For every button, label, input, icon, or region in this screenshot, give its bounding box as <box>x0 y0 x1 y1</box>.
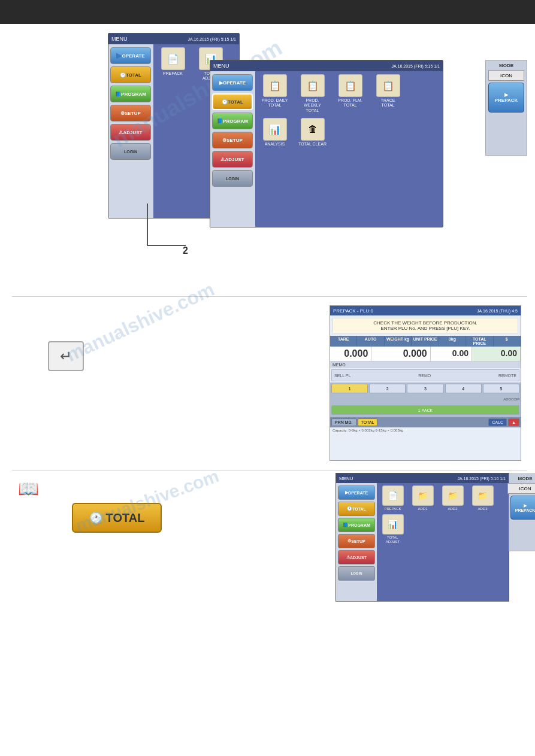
key-1[interactable]: 1 <box>331 384 368 393</box>
remote-label: REMOTE <box>498 374 516 378</box>
front-setup-btn[interactable]: ⚙ SETUP <box>212 132 253 148</box>
total-large-button[interactable]: 🕐 TOTAL <box>72 503 162 533</box>
total-clear-icon: 🗑 <box>301 118 325 141</box>
menu3-titlebar: MENU JA.16.2015 (FRI) 5:16 1/1 <box>336 473 509 483</box>
front-operate-btn[interactable]: ▶ OPERATE <box>212 74 253 91</box>
icon3-prepack[interactable]: 📄 PREPACK <box>379 485 406 511</box>
back-login-btn[interactable]: LOGIN <box>110 143 151 160</box>
section1-area: MENU JA.16.2015 (FRI) 5:15 1/1 ▶ OPERATE… <box>12 33 527 284</box>
total-clear-label: TOTAL CLEAR <box>298 142 327 147</box>
addcom-label: ADDCOM <box>331 394 519 404</box>
menu3-total-btn[interactable]: 🕐 TOTAL <box>338 502 375 516</box>
scale-title-bar: PREPACK - PLU:0 JA.16.2015 (THU) 4:5 <box>330 306 521 315</box>
menu3-title-left: MENU <box>339 476 353 481</box>
menu3-content: 📄 PREPACK 📁 ADD1 📁 ADD2 📁 ADD3 📊 TOTALAD… <box>377 483 509 601</box>
icon-analysis[interactable]: 📊 ANALYSIS <box>258 118 291 147</box>
key-4[interactable]: 4 <box>445 384 482 393</box>
icon-prod-daily[interactable]: 📋 PROD. DAILYTOTAL <box>258 74 291 113</box>
icon-prod-weekly[interactable]: 📋 PROD.WEEKLYTOTAL <box>296 74 329 113</box>
key-3[interactable]: 3 <box>407 384 443 393</box>
front-login-btn[interactable]: LOGIN <box>212 170 253 187</box>
menu3-sidebar: ▶ OPERATE 🕐 TOTAL 📘 PROGRAM ⚙ SETUP ⚠ AD… <box>336 483 377 601</box>
key-5[interactable]: 5 <box>483 384 519 393</box>
prepack3-mode-label: PREPACK <box>515 508 535 512</box>
top-bar <box>0 0 535 24</box>
icon3-add2[interactable]: 📁 ADD2 <box>439 485 466 511</box>
play-icon2: ▶ <box>219 80 223 86</box>
pack-btn[interactable]: 1 PACK <box>331 405 519 415</box>
prod-weekly-label: PROD.WEEKLYTOTAL <box>304 98 321 113</box>
scale-numkey-row: 1 2 3 4 5 <box>331 384 519 393</box>
back-operate-btn[interactable]: ▶ OPERATE <box>110 47 151 64</box>
scale-screen: PREPACK - PLU:0 JA.16.2015 (THU) 4:5 CHE… <box>330 305 521 461</box>
total-btn[interactable]: TOTAL <box>358 418 378 426</box>
menu3-mode-panel: MODE ICON ▶ PREPACK <box>509 473 535 551</box>
scale-notice: CHECK THE WEIGHT BEFORE PRODUCTION. ENTE… <box>333 318 518 333</box>
icon3-add1[interactable]: 📁 ADD1 <box>409 485 436 511</box>
annotation-label: 2 <box>183 245 188 256</box>
scale-header-row: TARE AUTO WEIGHT kg UNIT PRICE 0kg TOTAL… <box>330 336 521 347</box>
scale-title-left: PREPACK - PLU:0 <box>333 308 373 314</box>
warning-icon2: ⚠ <box>220 157 225 162</box>
menu3-setup-btn[interactable]: ⚙ SETUP <box>338 534 375 548</box>
scale-hdr-tare: TARE <box>330 336 357 347</box>
back-program-btn[interactable]: 📘 PROGRAM <box>110 86 151 102</box>
front-program-btn[interactable]: 📘 PROGRAM <box>212 113 253 129</box>
annotation-line-v <box>147 204 148 245</box>
scale-bottom-bar: PRN MD. TOTAL CALC ▲ <box>330 417 521 427</box>
back-total-btn[interactable]: 🕐 TOTAL <box>110 66 151 83</box>
total-button-label: TOTAL <box>106 511 145 525</box>
menu-front-sidebar: ▶ OPERATE 🕐 TOTAL 📘 PROGRAM ⚙ SETUP ⚠ AD… <box>210 71 255 227</box>
back-arrow-icon: ↵ <box>60 348 72 365</box>
scale-value-row: 0.000 0.000 0.00 0.00 <box>330 347 521 362</box>
calc-btn[interactable]: CALC <box>488 418 507 426</box>
icon-prod-plm[interactable]: 📋 PROD. PLM.TOTAL <box>334 74 367 113</box>
scale-keypad-area: 1 2 3 4 5 ADDCOM 1 PACK <box>330 382 521 417</box>
back-button-icon[interactable]: ↵ <box>48 341 84 371</box>
mode-panel: MODE ICON ▶ PREPACK <box>485 60 527 156</box>
menu3-program-btn[interactable]: 📘 PROGRAM <box>338 518 375 532</box>
menu3-adjust-btn[interactable]: ⚠ ADJUST <box>338 550 375 564</box>
add2-icon: 📁 <box>442 485 464 506</box>
scale-val-total-price: 0.00 <box>472 347 521 361</box>
annotation-line-h <box>147 245 186 246</box>
scale-hdr-dollar: $ <box>494 336 521 347</box>
book-icon3: 📘 <box>343 523 348 527</box>
icon-prepack-back[interactable]: 📄 PREPACK <box>156 47 189 81</box>
prnmd-btn[interactable]: PRN MD. <box>331 418 356 426</box>
front-adjust-btn[interactable]: ⚠ ADJUST <box>212 151 253 168</box>
clock-icon2: 🕐 <box>222 99 228 105</box>
sell-pl-label: SELL PL <box>334 374 350 378</box>
add3-label: ADD3 <box>477 507 487 511</box>
scale-memo-label: MEMO <box>330 362 521 368</box>
back-setup-btn[interactable]: ⚙ SETUP <box>110 105 151 122</box>
menu-back-title-right: JA.16.2015 (FRI) 5:15 1/1 <box>188 37 236 41</box>
icon-total-clear[interactable]: 🗑 TOTAL CLEAR <box>296 118 329 147</box>
front-total-btn[interactable]: 🕐 TOTAL <box>212 93 253 110</box>
section3-area: 📖 🕐 TOTAL MENU JA.16.2015 (FRI) 5:16 1/1… <box>12 473 527 605</box>
back-adjust-btn[interactable]: ⚠ ADJUST <box>110 124 151 141</box>
analysis-label: ANALYSIS <box>265 142 285 147</box>
scale-hdr-unit-price: UNIT PRICE <box>412 336 439 347</box>
mode-panel-value: ICON <box>488 70 524 81</box>
menu3-prepack-btn[interactable]: ▶ PREPACK <box>510 496 536 520</box>
prod-plm-label: PROD. PLM.TOTAL <box>338 98 362 108</box>
key-2[interactable]: 2 <box>369 384 406 393</box>
prepack-mode-btn[interactable]: ▶ PREPACK <box>488 83 524 113</box>
scale-addcom-row: ADDCOM <box>331 394 519 404</box>
scale-capacity: Capacity: 0-6kg × 0.002kg 6-15kg × 0.005… <box>330 427 521 433</box>
prod-plm-icon: 📋 <box>338 74 362 97</box>
menu3-login-btn[interactable]: LOGIN <box>338 566 375 581</box>
up-btn[interactable]: ▲ <box>508 418 519 426</box>
scale-hdr-weight: WEIGHT kg <box>385 336 412 347</box>
menu-front-title-left: MENU <box>213 63 229 69</box>
prod-daily-label: PROD. DAILYTOTAL <box>262 98 288 108</box>
prod-daily-icon: 📋 <box>263 74 287 97</box>
icon3-total-adjust[interactable]: 📊 TOTALADJUST <box>379 514 406 544</box>
prepack3-label: PREPACK <box>384 507 401 511</box>
icon-trace[interactable]: 📋 TRACETOTAL <box>371 74 404 113</box>
icon3-add3[interactable]: 📁 ADD3 <box>469 485 496 511</box>
add1-label: ADD1 <box>418 507 427 511</box>
menu3-operate-btn[interactable]: ▶ OPERATE <box>338 485 375 500</box>
book-icon2: 📘 <box>217 119 223 124</box>
